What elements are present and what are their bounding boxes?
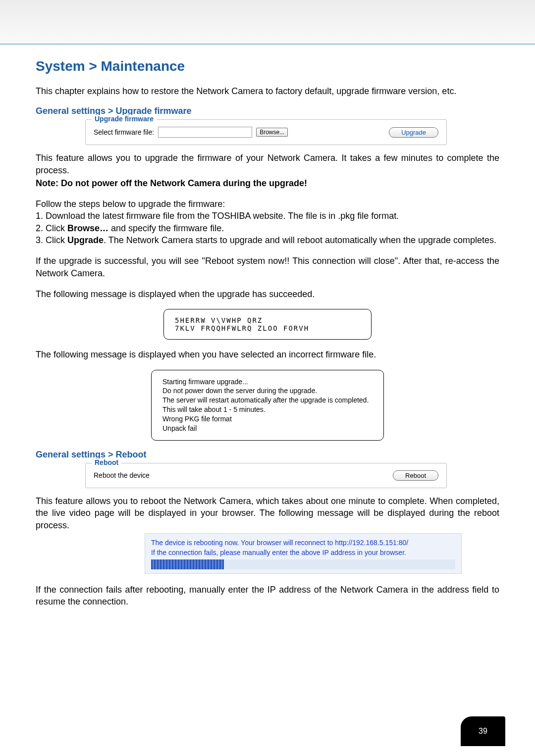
succeed-intro: The following message is displayed when … (36, 288, 499, 300)
upgrade-note: Note: Do not power off the Network Camer… (36, 177, 499, 189)
fail-line-2: Do not power down the server during the … (162, 386, 373, 396)
firmware-file-input[interactable] (158, 127, 252, 138)
fail-line-5: Wrong PKG file format (162, 414, 373, 424)
page-number-tab: 39 (461, 716, 505, 746)
page-title: System > Maintenance (36, 58, 499, 74)
top-band (0, 0, 535, 45)
blue-line-2: If the connection fails, please manually… (151, 549, 455, 556)
document-page: System > Maintenance This chapter explai… (0, 0, 535, 756)
upgrade-button[interactable]: Upgrade (389, 127, 438, 138)
upgrade-fieldset-wrap: Upgrade firmware Select firmware file: B… (85, 119, 447, 145)
succeed-message-box: 5HERRW V\VWHP QRZ 7KLV FRQQHFWLRQ ZLOO F… (163, 309, 372, 340)
reboot-progress-fill (151, 559, 224, 569)
browse-button[interactable]: Browse... (256, 128, 288, 137)
reboot-label: Reboot the device (94, 471, 150, 479)
page-number: 39 (479, 727, 487, 736)
reboot-desc: This feature allows you to reboot the Ne… (36, 495, 499, 531)
step-2b: Browse… (67, 223, 108, 233)
after-reboot-paragraph: If the connection fails after rebooting,… (36, 584, 499, 608)
select-firmware-label: Select firmware file: (94, 128, 154, 136)
success-paragraph: If the upgrade is successful, you will s… (36, 255, 499, 279)
reboot-button[interactable]: Reboot (393, 470, 438, 481)
fail-line-6: Unpack fail (162, 424, 373, 433)
upgrade-row: Select firmware file: Browse... Upgrade (94, 127, 438, 138)
step-1: 1. Download the latest firmware file fro… (36, 210, 499, 222)
upgrade-fieldset: Upgrade firmware Select firmware file: B… (85, 119, 447, 145)
step-2: 2. Click Browse… and specify the firmwar… (36, 222, 499, 234)
reboot-fieldset: Reboot Reboot the device Reboot (85, 463, 447, 488)
fail-line-4: This will take about 1 - 5 minutes. (162, 405, 373, 414)
fail-intro: The following message is displayed when … (36, 349, 499, 360)
upgrade-desc: This feature allows you to upgrade the f… (36, 152, 499, 176)
upgrade-steps: Follow the steps below to upgrade the fi… (36, 198, 499, 246)
step-3: 3. Click Upgrade. The Network Camera sta… (36, 234, 499, 246)
step-2a: 2. Click (36, 223, 67, 233)
reboot-legend: Reboot (92, 458, 121, 466)
step-2c: and specify the firmware file. (108, 223, 224, 233)
reboot-row: Reboot the device Reboot (94, 470, 438, 481)
reboot-progress-track (151, 559, 455, 569)
step-3a: 3. Click (36, 235, 67, 245)
reboot-fieldset-wrap: Reboot Reboot the device Reboot (85, 463, 447, 488)
step-3b: Upgrade (67, 235, 104, 245)
fail-message-box: Starting firmware upgrade... Do not powe… (151, 370, 384, 441)
steps-intro: Follow the steps below to upgrade the fi… (36, 198, 499, 210)
fail-line-1: Starting firmware upgrade... (162, 377, 373, 387)
intro-paragraph: This chapter explains how to restore the… (36, 85, 499, 97)
page-content: System > Maintenance This chapter explai… (0, 45, 535, 607)
step-3c: . The Network Camera starts to upgrade a… (104, 235, 496, 245)
fail-line-3: The server will restart automatically af… (162, 396, 373, 405)
blue-line-1: The device is rebooting now. Your browse… (151, 539, 455, 547)
rebooting-message-box: The device is rebooting now. Your browse… (145, 533, 462, 574)
upgrade-legend: Upgrade firmware (92, 115, 157, 123)
